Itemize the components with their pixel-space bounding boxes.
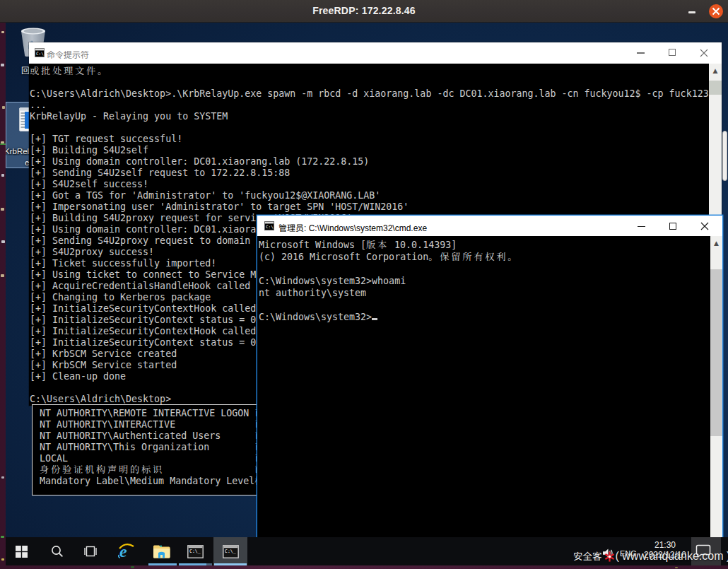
console-line xyxy=(259,299,710,311)
console-line: 或批处理文件。 xyxy=(30,66,709,77)
cmd-window-icon: C:\_ xyxy=(187,545,204,558)
svg-text:C:\_: C:\_ xyxy=(225,549,236,554)
freerdp-minimize-button[interactable] xyxy=(688,11,695,13)
file-explorer-icon xyxy=(153,544,170,559)
cmd-window-icon: C:\_ xyxy=(223,545,239,558)
freerdp-overlay-scrollbar[interactable] xyxy=(722,131,727,181)
window2-console-output[interactable]: Microsoft Windows [版本 10.0.14393](c) 201… xyxy=(257,236,710,539)
taskbar-start-button[interactable] xyxy=(6,537,37,565)
console-line: KrbRelayUp - Relaying you to SYSTEM xyxy=(30,111,709,122)
screen: 回收站 KrbRelayUp.ex e C xyxy=(0,0,728,569)
watermark-site: ( www.anquanke.com ) xyxy=(616,550,728,562)
console-line: [+] Using domain controller: DC01.xiaora… xyxy=(30,156,709,168)
console-line: [+] Got a TGS for 'Administrator' to 'fu… xyxy=(30,190,709,201)
console-line: C:\Windows\system32>whoami xyxy=(259,275,710,287)
search-icon xyxy=(51,545,64,558)
window-admin-cmd: C:\ 管理员: C:\Windows\system32\cmd.exe Mic… xyxy=(257,215,723,539)
anquanke-watermark: 安全客 ( www.anquanke.com ) xyxy=(573,549,728,563)
svg-text:C:\_: C:\_ xyxy=(189,549,201,554)
window1-title: 命令提示符 xyxy=(47,48,89,60)
watermark-brand: 安全客 xyxy=(573,551,602,562)
svg-text:C:\: C:\ xyxy=(266,223,274,228)
task-view-icon xyxy=(83,546,98,557)
freerdp-window-title: FreeRDP: 172.22.8.46 xyxy=(0,5,728,16)
taskbar-search-button[interactable] xyxy=(42,537,73,565)
console-line xyxy=(30,77,709,88)
console-line: ... xyxy=(30,100,709,111)
file-explorer-running-indicator xyxy=(148,563,177,565)
window2-scrollbar[interactable]: ▲ xyxy=(710,236,722,539)
window2-scroll-up-icon[interactable]: ▲ xyxy=(710,240,722,247)
window1-close-button[interactable] xyxy=(688,42,720,63)
window2-title: 管理员: C:\Windows\system32\cmd.exe xyxy=(278,221,427,233)
console-line: [+] Impersonating user 'Administrator' t… xyxy=(30,201,709,213)
window2-scrollbar-thumb[interactable] xyxy=(710,269,722,436)
anquanke-logo-icon xyxy=(604,551,615,562)
window2-close-button[interactable] xyxy=(689,216,721,236)
cmd-icon: C:\ xyxy=(35,48,45,57)
console-line: Microsoft Windows [版本 10.0.14393] xyxy=(259,239,710,251)
taskbar-file-explorer-button[interactable] xyxy=(146,537,177,565)
text-cursor xyxy=(372,318,377,320)
svg-text:C:\: C:\ xyxy=(36,51,44,56)
rdp-session-desktop: 回收站 KrbRelayUp.ex e C xyxy=(6,23,728,565)
window1-titlebar[interactable]: C:\ 命令提示符 xyxy=(29,42,722,63)
window2-prompt-line: C:\Windows\system32> xyxy=(259,311,710,323)
console-line: [+] S4U2self success! xyxy=(30,179,709,190)
windows-start-icon xyxy=(16,546,28,558)
console-line: [+] Sending S4U2self request to 172.22.8… xyxy=(30,168,709,179)
internet-explorer-icon: e xyxy=(117,542,136,561)
taskbar-cmd-button-1[interactable]: C:\_ xyxy=(180,537,211,565)
cmd2-active-indicator xyxy=(214,563,247,565)
close-icon xyxy=(712,7,720,16)
console-line: C:\Users\Aldrich\Desktop>.\KrbRelayUp.ex… xyxy=(30,88,709,100)
freerdp-titlebar[interactable]: FreeRDP: 172.22.8.46 xyxy=(0,0,728,23)
taskbar-internet-explorer-button[interactable]: e xyxy=(111,537,142,565)
console-line xyxy=(30,122,709,134)
console-line: (c) 2016 Microsoft Corporation。保留所有权利。 xyxy=(259,251,710,263)
window1-scrollbar-thumb[interactable] xyxy=(709,81,722,95)
window2-minimize-button[interactable] xyxy=(626,216,657,236)
console-line xyxy=(259,263,710,275)
cmd-icon: C:\ xyxy=(264,221,274,230)
window2-titlebar[interactable]: C:\ 管理员: C:\Windows\system32\cmd.exe xyxy=(257,216,722,236)
taskbar-task-view-button[interactable] xyxy=(75,537,106,565)
cmd1-running-indicator-2 xyxy=(206,563,212,565)
taskbar-cmd-button-2-active[interactable]: C:\_ xyxy=(213,537,247,565)
cmd1-running-indicator xyxy=(179,563,206,565)
console-line: nt authority\system xyxy=(259,287,710,299)
window1-minimize-button[interactable] xyxy=(625,42,657,63)
window1-maximize-button[interactable] xyxy=(657,42,688,63)
freerdp-close-button[interactable] xyxy=(709,4,723,18)
console-line: [+] TGT request successful! xyxy=(30,134,709,145)
window1-scroll-up-icon[interactable]: ▲ xyxy=(709,67,722,74)
window2-maximize-button[interactable] xyxy=(657,216,689,236)
console-line: [+] Building S4U2self xyxy=(30,145,709,156)
